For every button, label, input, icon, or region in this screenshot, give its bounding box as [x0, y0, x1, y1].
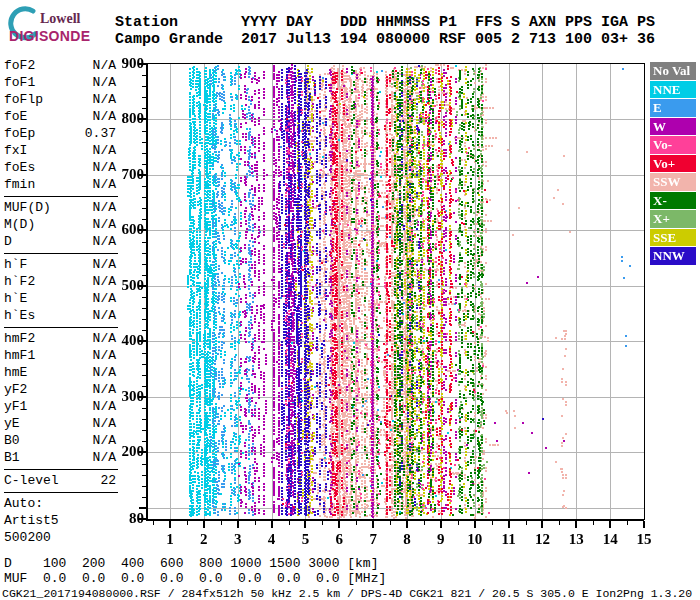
param-row: foFlpN/A	[4, 91, 116, 108]
x-tick-label: 13	[561, 531, 591, 548]
ionogram-screen: { "logo": { "line1": "Lowell", "line2": …	[0, 0, 700, 600]
param-label: foEp	[4, 125, 35, 142]
param-row: Artist5	[4, 512, 116, 529]
param-label: B1	[4, 449, 20, 466]
param-label: B0	[4, 432, 20, 449]
param-row: h`EsN/A	[4, 307, 116, 324]
param-row: B0N/A	[4, 432, 116, 449]
y-tick-label: 700	[104, 166, 144, 183]
legend-item: NNW	[650, 247, 696, 265]
param-row: h`FN/A	[4, 256, 116, 273]
param-value: N/A	[93, 415, 116, 432]
param-label: h`F2	[4, 273, 35, 290]
y-tick-label: 300	[104, 388, 144, 405]
param-label: h`E	[4, 290, 27, 307]
param-label: h`F	[4, 256, 27, 273]
param-divider	[4, 253, 118, 254]
param-label: hmE	[4, 364, 27, 381]
param-label: C-level	[4, 472, 59, 489]
x-tick-label: 12	[527, 531, 557, 548]
digisonde-logo: Lowell DIGISONDE	[4, 5, 114, 49]
param-row: Auto:	[4, 495, 116, 512]
param-label: Artist5	[4, 512, 59, 529]
legend-item: E	[650, 99, 696, 117]
x-tick-label: 9	[426, 531, 456, 548]
param-row: foF1N/A	[4, 74, 116, 91]
param-label: hmF2	[4, 330, 35, 347]
param-divider	[4, 492, 118, 493]
param-value: N/A	[93, 91, 116, 108]
param-value: 22	[100, 472, 116, 489]
legend-item: No Val	[650, 62, 696, 80]
header-values-line: Campo Grande 2017 Jul13 194 080000 RSF 0…	[115, 32, 655, 48]
y-tick-label: 80	[104, 510, 144, 527]
x-tick-label: 7	[358, 531, 388, 548]
x-tick-label: 2	[189, 531, 219, 548]
param-row: h`EN/A	[4, 290, 116, 307]
param-value: N/A	[93, 347, 116, 364]
param-row: foF2N/A	[4, 57, 116, 74]
param-value: N/A	[93, 142, 116, 159]
x-tick-label: 8	[392, 531, 422, 548]
param-row: foEsN/A	[4, 159, 116, 176]
param-row: hmF1N/A	[4, 347, 116, 364]
x-tick-label: 10	[460, 531, 490, 548]
legend-item: Vo-	[650, 136, 696, 154]
param-row: C-level22	[4, 472, 116, 489]
ionogram-plot: 1234567891011121314159008007006005004003…	[130, 56, 670, 536]
legend-item: X-	[650, 192, 696, 210]
legend-item: W	[650, 118, 696, 136]
x-tick-label: 14	[595, 531, 625, 548]
param-divider	[4, 327, 118, 328]
legend-item: SSE	[650, 229, 696, 247]
header-labels-line: Station YYYY DAY DDD HHMMSS P1 FFS S AXN…	[115, 15, 655, 31]
x-tick-label: 15	[629, 531, 659, 548]
param-label: h`Es	[4, 307, 35, 324]
param-row: yEN/A	[4, 415, 116, 432]
x-tick-label: 1	[155, 531, 185, 548]
param-label: foF2	[4, 57, 35, 74]
x-tick-label: 6	[324, 531, 354, 548]
param-row: foEN/A	[4, 108, 116, 125]
param-label: foEs	[4, 159, 35, 176]
param-row: 500200	[4, 529, 116, 546]
x-tick-label: 3	[223, 531, 253, 548]
y-tick-label: 800	[104, 110, 144, 127]
param-value: N/A	[93, 256, 116, 273]
param-label: yF2	[4, 381, 27, 398]
x-tick-label: 4	[257, 531, 287, 548]
param-label: fxI	[4, 142, 27, 159]
footer-line: CGK21_2017194080000.RSF / 284fx512h 50 k…	[2, 587, 692, 600]
parameter-panel: foF2N/AfoF1N/AfoFlpN/AfoEN/AfoEp0.37fxIN…	[4, 57, 116, 546]
legend-item: SSW	[650, 173, 696, 191]
param-label: foE	[4, 108, 27, 125]
ionogram-canvas	[130, 56, 670, 536]
param-label: 500200	[4, 529, 51, 546]
param-label: hmF1	[4, 347, 35, 364]
param-row: DN/A	[4, 233, 116, 250]
param-label: yF1	[4, 398, 27, 415]
y-tick-label: 600	[104, 221, 144, 238]
legend-item: NNE	[650, 81, 696, 99]
x-tick-label: 5	[290, 531, 320, 548]
legend-item: Vo+	[650, 155, 696, 173]
param-value: N/A	[93, 307, 116, 324]
legend-item: X+	[650, 210, 696, 228]
param-value: N/A	[93, 74, 116, 91]
param-row: hmEN/A	[4, 364, 116, 381]
distance-row: D 100 200 400 600 800 1000 1500 3000 [km…	[4, 556, 378, 571]
param-row: foEp0.37	[4, 125, 116, 142]
logo-digisonde: DIGISONDE	[9, 28, 90, 44]
param-value: 0.37	[85, 125, 116, 142]
muf-row: MUF 0.0 0.0 0.0 0.0 0.0 0.0 0.0 0.0 [MHz…	[4, 571, 386, 586]
param-value: N/A	[93, 199, 116, 216]
param-row: MUF(D)N/A	[4, 199, 116, 216]
param-label: fmin	[4, 176, 35, 193]
logo-lowell: Lowell	[40, 11, 80, 27]
param-row: h`F2N/A	[4, 273, 116, 290]
param-row: hmF2N/A	[4, 330, 116, 347]
param-label: foF1	[4, 74, 35, 91]
param-divider	[4, 196, 118, 197]
param-divider	[4, 469, 118, 470]
y-tick-label: 900	[104, 55, 144, 72]
